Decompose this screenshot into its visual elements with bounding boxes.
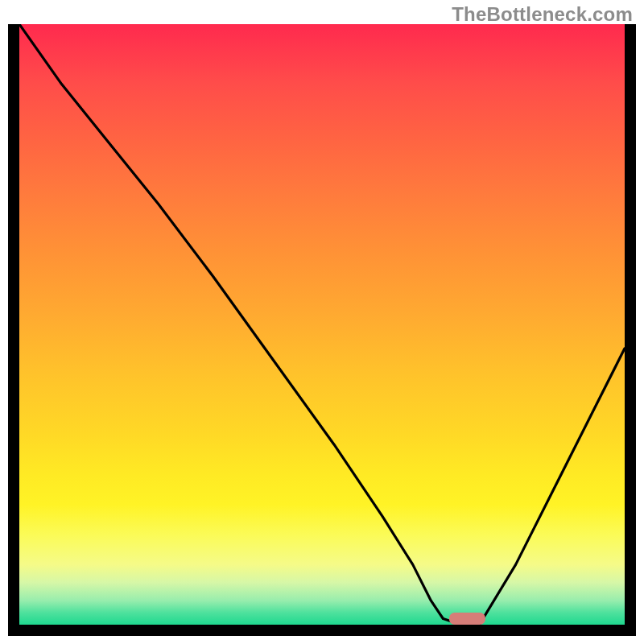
chart-container: TheBottleneck.com [0, 0, 644, 644]
watermark-text: TheBottleneck.com [452, 3, 633, 26]
optimal-marker [19, 24, 625, 625]
svg-rect-0 [449, 613, 485, 625]
plot-area [19, 24, 625, 625]
plot-frame [8, 24, 636, 636]
